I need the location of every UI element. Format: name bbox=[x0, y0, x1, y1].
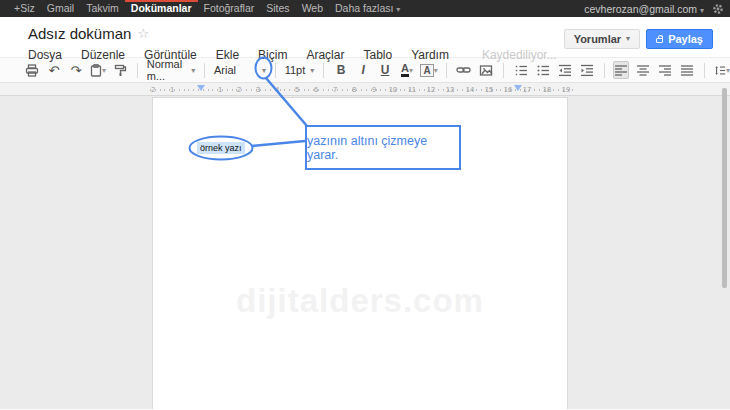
chevron-down-icon: ▾ bbox=[409, 66, 413, 75]
toolbar-separator bbox=[503, 63, 504, 78]
line-spacing-button[interactable]: ▾ bbox=[714, 61, 730, 79]
underline-button[interactable]: U bbox=[377, 61, 393, 79]
ruler-number-0: 2 bbox=[151, 85, 155, 94]
lock-icon bbox=[656, 38, 663, 43]
ruler-number-7: 6 bbox=[314, 85, 318, 94]
comments-button-label: Yorumlar bbox=[574, 33, 621, 45]
ruler-number-13: 12 bbox=[427, 85, 435, 94]
google-docs-app: +SizGmailTakvimDokümanlarFotoğraflarSite… bbox=[0, 0, 730, 410]
menubar-items: DosyaDüzenleGörüntüleEkleBiçimAraçlarTab… bbox=[28, 48, 449, 62]
ruler-number-11: 10 bbox=[389, 85, 397, 94]
menu-item-3[interactable]: Ekle bbox=[216, 48, 239, 62]
chevron-down-icon: ▾ bbox=[310, 66, 314, 75]
doc-title[interactable]: Adsız doküman bbox=[28, 25, 131, 42]
account-email: cevherozan@gmail.com bbox=[584, 3, 697, 15]
justify-button[interactable] bbox=[679, 61, 695, 79]
undo-button[interactable]: ↶ bbox=[46, 61, 62, 79]
left-indent-marker[interactable] bbox=[197, 85, 205, 91]
insert-link-button[interactable] bbox=[456, 61, 472, 79]
ruler-number-16: 15 bbox=[485, 85, 493, 94]
menu-item-7[interactable]: Yardım bbox=[411, 48, 449, 62]
text-color-icon: A bbox=[401, 63, 409, 77]
ruler-number-3: 2 bbox=[237, 85, 241, 94]
align-left-button[interactable] bbox=[613, 61, 629, 79]
ruler-number-12: 11 bbox=[408, 85, 416, 94]
chevron-down-icon: ▾ bbox=[262, 66, 266, 75]
toolbar-separator bbox=[446, 63, 447, 78]
topbar-link-5[interactable]: Sites bbox=[260, 0, 295, 17]
topbar-links: +SizGmailTakvimDokümanlarFotoğraflarSite… bbox=[8, 0, 329, 17]
ruler-number-1: 1 bbox=[170, 85, 174, 94]
ruler-number-4: 3 bbox=[256, 85, 260, 94]
ruler-number-10: 9 bbox=[372, 85, 376, 94]
bulleted-list-button[interactable] bbox=[535, 61, 551, 79]
text-color-button[interactable]: A ▾ bbox=[399, 61, 415, 79]
topbar-link-3[interactable]: Dokümanlar bbox=[125, 0, 198, 17]
comments-button[interactable]: Yorumlar ▾ bbox=[564, 29, 641, 49]
italic-icon: I bbox=[361, 63, 364, 77]
ruler-number-2: 1 bbox=[218, 85, 222, 94]
ruler-number-5: 4 bbox=[275, 85, 279, 94]
chevron-down-icon: ▾ bbox=[700, 6, 704, 15]
topbar-link-4[interactable]: Fotoğraflar bbox=[198, 0, 261, 17]
numbered-list-button[interactable] bbox=[513, 61, 529, 79]
topbar-link-6[interactable]: Web bbox=[296, 0, 329, 17]
decrease-indent-button[interactable] bbox=[557, 61, 573, 79]
menu-item-1[interactable]: Düzenle bbox=[81, 48, 125, 62]
share-button[interactable]: Paylaş bbox=[646, 29, 713, 49]
watermark-text: dijitalders.com bbox=[152, 282, 568, 320]
web-clipboard-button[interactable]: ▾ bbox=[90, 61, 106, 79]
ruler-number-17: 16 bbox=[504, 85, 512, 94]
share-button-label: Paylaş bbox=[668, 33, 703, 45]
font-dropdown[interactable]: Arial ▾ bbox=[214, 64, 266, 76]
ruler-number-19: 18 bbox=[543, 85, 551, 94]
redo-button[interactable]: ↷ bbox=[68, 61, 84, 79]
menu-item-4[interactable]: Biçim bbox=[258, 48, 287, 62]
ruler-number-18: 17 bbox=[523, 85, 531, 94]
document-canvas: dijitalders.com örnek yazı yazının altın… bbox=[0, 96, 730, 409]
insert-image-button[interactable] bbox=[478, 61, 494, 79]
annotation-callout-box: yazının altını çizmeye yarar. bbox=[305, 125, 461, 170]
increase-indent-button[interactable] bbox=[579, 61, 595, 79]
topbar-link-0[interactable]: +Siz bbox=[8, 0, 41, 17]
align-right-button[interactable] bbox=[657, 61, 673, 79]
doc-header: Adsız doküman ☆ DosyaDüzenleGörüntüleEkl… bbox=[0, 17, 730, 57]
paint-format-button[interactable] bbox=[112, 61, 128, 79]
highlight-color-icon: A bbox=[420, 64, 433, 77]
font-value: Arial bbox=[214, 64, 236, 76]
chevron-down-icon: ▾ bbox=[726, 66, 730, 75]
bold-icon: B bbox=[337, 63, 346, 77]
redo-icon: ↷ bbox=[71, 64, 82, 77]
highlight-color-button[interactable]: A ▾ bbox=[421, 61, 437, 79]
menu-item-0[interactable]: Dosya bbox=[28, 48, 62, 62]
chevron-down-icon: ▾ bbox=[102, 66, 106, 75]
align-center-button[interactable] bbox=[635, 61, 651, 79]
ruler: 2112345678910111213141516171819 bbox=[0, 83, 730, 96]
chevron-down-icon: ▾ bbox=[396, 5, 400, 14]
chevron-down-icon: ▾ bbox=[626, 33, 630, 45]
italic-button[interactable]: I bbox=[355, 61, 371, 79]
account-menu[interactable]: cevherozan@gmail.com ▾ bbox=[584, 3, 704, 15]
ruler-number-20: 19 bbox=[562, 85, 570, 94]
menu-item-6[interactable]: Tablo bbox=[363, 48, 392, 62]
menu-item-2[interactable]: Görüntüle bbox=[144, 48, 197, 62]
font-size-dropdown[interactable]: 11pt ▾ bbox=[285, 64, 315, 76]
print-button[interactable] bbox=[24, 61, 40, 79]
saving-status: Kaydediliyor... bbox=[482, 48, 557, 62]
topbar-link-2[interactable]: Takvim bbox=[80, 0, 125, 17]
topbar-link-1[interactable]: Gmail bbox=[41, 0, 80, 17]
annotation-callout-text: yazının altını çizmeye yarar. bbox=[307, 134, 459, 162]
ruler-number-15: 14 bbox=[466, 85, 474, 94]
menu-item-5[interactable]: Araçlar bbox=[306, 48, 344, 62]
right-indent-marker[interactable] bbox=[514, 85, 522, 91]
star-icon[interactable]: ☆ bbox=[137, 26, 149, 41]
ruler-number-6: 5 bbox=[295, 85, 299, 94]
topbar-more-menu[interactable]: Daha fazlası ▾ bbox=[329, 0, 406, 17]
toolbar-separator bbox=[137, 63, 138, 78]
ruler-number-8: 7 bbox=[333, 85, 337, 94]
vertical-scrollbar[interactable] bbox=[722, 88, 727, 288]
underline-icon: U bbox=[381, 63, 390, 77]
gear-icon[interactable] bbox=[712, 3, 724, 15]
bold-button[interactable]: B bbox=[333, 61, 349, 79]
selected-document-text[interactable]: örnek yazı bbox=[197, 142, 245, 154]
